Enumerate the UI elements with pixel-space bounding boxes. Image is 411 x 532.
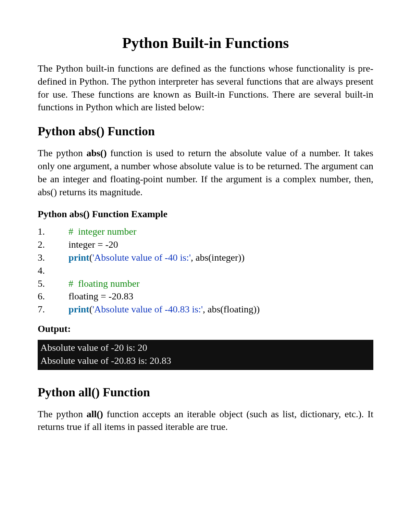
code-string: 'Absolute value of -40.83 is:' (92, 304, 203, 314)
line-number: 6. (38, 290, 68, 303)
code-text: floating = -20.83 (68, 290, 133, 303)
abs-heading: Python abs() Function (38, 124, 373, 138)
abs-example-heading: Python abs() Function Example (38, 209, 373, 220)
abs-desc-bold: abs() (86, 148, 107, 158)
code-rest: , abs(floating)) (203, 304, 260, 314)
code-comment: # integer number (68, 225, 136, 238)
abs-description: The python abs() function is used to ret… (38, 147, 373, 198)
code-line: 6. floating = -20.83 (38, 290, 373, 303)
all-heading: Python all() Function (38, 385, 373, 399)
line-number: 3. (38, 251, 68, 264)
all-desc-pre: The python (38, 409, 87, 419)
page-title: Python Built-in Functions (38, 34, 373, 52)
code-line: 4. (38, 264, 373, 277)
code-text: print('Absolute value of -40.83 is:', ab… (68, 303, 260, 316)
code-line: 3. print('Absolute value of -40 is:', ab… (38, 251, 373, 264)
code-text: integer = -20 (68, 238, 118, 251)
intro-paragraph: The Python built-in functions are define… (38, 62, 373, 114)
document-page: Python Built-in Functions The Python bui… (0, 0, 411, 532)
line-number: 5. (38, 277, 68, 290)
line-number: 7. (38, 303, 68, 316)
code-open: ( (89, 252, 92, 263)
output-box: Absolute value of -20 is: 20 Absolute va… (38, 340, 373, 370)
code-line: 5. # floating number (38, 277, 373, 290)
code-rest: , abs(integer)) (191, 252, 245, 263)
code-open: ( (89, 304, 92, 314)
code-string: 'Absolute value of -40 is:' (92, 252, 191, 263)
line-number: 2. (38, 238, 68, 251)
code-comment: # floating number (68, 277, 140, 290)
code-text: print('Absolute value of -40 is:', abs(i… (68, 251, 245, 264)
line-number: 4. (38, 264, 68, 277)
all-description: The python all() function accepts an ite… (38, 408, 373, 434)
code-line: 2. integer = -20 (38, 238, 373, 251)
all-desc-bold: all() (87, 409, 103, 419)
line-number: 1. (38, 225, 68, 238)
output-label: Output: (38, 323, 373, 334)
code-keyword: print (68, 304, 89, 314)
abs-desc-pre: The python (38, 148, 86, 158)
code-keyword: print (68, 252, 89, 263)
abs-code-block: 1. # integer number 2. integer = -20 3. … (38, 225, 373, 316)
code-line: 1. # integer number (38, 225, 373, 238)
code-line: 7. print('Absolute value of -40.83 is:',… (38, 303, 373, 316)
